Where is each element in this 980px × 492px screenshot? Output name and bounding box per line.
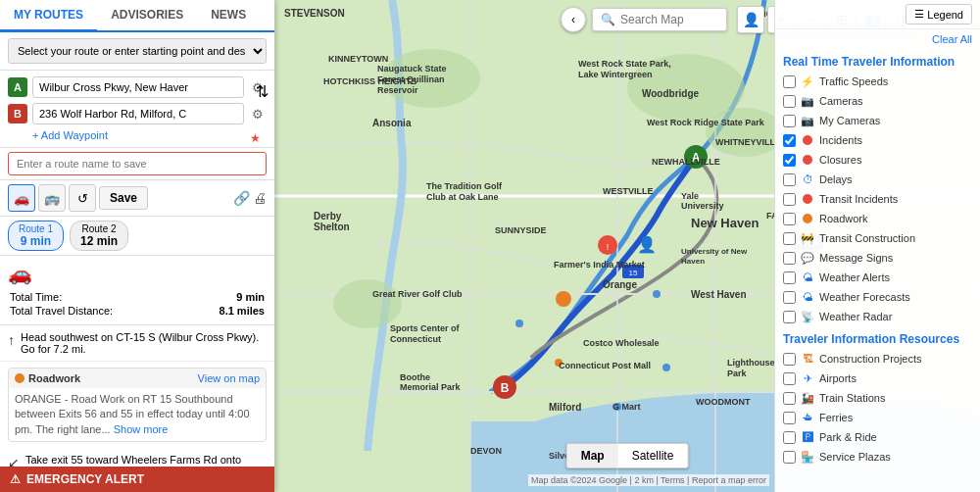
total-time-value: 9 min <box>187 291 265 303</box>
direction-arrow-1: ↑ <box>8 332 15 348</box>
ferries-checkbox[interactable] <box>783 412 796 424</box>
airports-checkbox[interactable] <box>783 372 796 385</box>
route-name-container: ★ <box>0 148 274 180</box>
destination-settings-icon[interactable]: ⚙ <box>249 105 267 123</box>
route-dropdown[interactable]: Select your route or enter starting poin… <box>8 38 267 64</box>
legend-transit-incidents[interactable]: Transit Incidents <box>775 189 980 209</box>
weather-alerts-icon: 🌤 <box>801 271 814 284</box>
incidents-icon <box>801 133 814 147</box>
service-plazas-checkbox[interactable] <box>783 451 796 464</box>
delays-label: Delays <box>819 173 853 185</box>
legend-weather-radar[interactable]: 📡 Weather Radar <box>775 307 980 326</box>
legend-cameras[interactable]: 📷 Cameras <box>775 91 980 111</box>
incidents-checkbox[interactable] <box>783 134 796 147</box>
legend-roadwork[interactable]: Roadwork <box>775 209 980 228</box>
emergency-alert-bar[interactable]: ⚠ EMERGENCY ALERT <box>0 467 274 492</box>
nav-back-button[interactable]: ‹ <box>561 7 586 32</box>
origin-input[interactable] <box>32 76 244 98</box>
my-cameras-label: My Cameras <box>819 115 880 126</box>
view-on-map-link[interactable]: View on map <box>198 372 260 384</box>
weather-radar-checkbox[interactable] <box>783 311 796 323</box>
direction-text-2: Take exit 55 toward Wheelers Farms Rd on… <box>25 454 241 466</box>
svg-point-10 <box>382 49 480 108</box>
svg-point-28 <box>613 403 621 411</box>
legend-message-signs[interactable]: 💬 Message Signs <box>775 248 980 268</box>
legend-traffic-speeds[interactable]: ⚡ Traffic Speeds <box>775 72 980 91</box>
destination-label: B <box>8 104 27 123</box>
svg-point-25 <box>653 290 661 298</box>
svg-text:15: 15 <box>629 269 638 277</box>
emergency-alert-icon: ⚠ <box>10 472 21 486</box>
refresh-button[interactable]: ↺ <box>69 184 96 212</box>
legend-weather-forecasts[interactable]: 🌤 Weather Forecasts <box>775 287 980 307</box>
route-2-label: Route 2 <box>80 223 118 234</box>
direction-text-1: Head southwest on CT-15 S (Wilbur Cross … <box>21 331 267 355</box>
total-time-label: Total Time: <box>10 291 185 303</box>
legend-header: ☰ Legend <box>775 0 980 29</box>
delays-checkbox[interactable] <box>783 173 796 186</box>
tab-advisories[interactable]: ADVISORIES <box>97 0 197 32</box>
park-ride-checkbox[interactable] <box>783 431 796 444</box>
tab-news[interactable]: NEWS <box>197 0 260 32</box>
search-input[interactable] <box>620 13 718 26</box>
legend-icon: ☰ <box>914 8 924 21</box>
clear-all-button[interactable]: Clear All <box>775 29 980 49</box>
add-waypoint-button[interactable]: + Add Waypoint <box>8 129 267 141</box>
legend-park-ride[interactable]: 🅿 Park & Ride <box>775 427 980 447</box>
train-stations-checkbox[interactable] <box>783 392 796 405</box>
delays-icon: ⏱ <box>801 172 814 186</box>
bus-mode-button[interactable]: 🚌 <box>38 184 66 212</box>
tabs: MY ROUTES ADVISORIES NEWS <box>0 0 274 32</box>
weather-forecasts-checkbox[interactable] <box>783 291 796 304</box>
cameras-icon: 📷 <box>801 94 814 108</box>
car-mode-button[interactable]: 🚗 <box>8 184 35 212</box>
construction-projects-checkbox[interactable] <box>783 353 796 366</box>
legend-service-plazas[interactable]: 🏪 Service Plazas <box>775 447 980 467</box>
weather-alerts-checkbox[interactable] <box>783 271 796 284</box>
map-type-map[interactable]: Map <box>567 444 618 467</box>
transit-incidents-checkbox[interactable] <box>783 193 796 206</box>
print-icon[interactable]: 🖨 <box>253 190 267 206</box>
route-name-input[interactable] <box>8 152 267 175</box>
roadwork-checkbox[interactable] <box>783 213 796 225</box>
legend-airports[interactable]: ✈ Airports <box>775 369 980 388</box>
destination-input[interactable] <box>32 103 244 124</box>
route-1-option[interactable]: Route 1 9 min <box>8 221 64 251</box>
weather-forecasts-icon: 🌤 <box>801 290 814 304</box>
route-2-option[interactable]: Route 2 12 min <box>70 221 128 251</box>
cameras-label: Cameras <box>819 95 863 107</box>
legend-delays[interactable]: ⏱ Delays <box>775 170 980 189</box>
traffic-speeds-checkbox[interactable] <box>783 75 796 88</box>
legend-closures[interactable]: Closures <box>775 150 980 170</box>
svg-point-20 <box>556 291 571 307</box>
message-signs-checkbox[interactable] <box>783 252 796 265</box>
my-cameras-checkbox[interactable] <box>783 115 796 127</box>
closures-checkbox[interactable] <box>783 154 796 167</box>
legend-train-stations[interactable]: 🚂 Train Stations <box>775 388 980 408</box>
svg-point-27 <box>662 364 670 371</box>
tab-my-routes[interactable]: MY ROUTES <box>0 0 97 32</box>
route-2-time: 12 min <box>80 234 118 248</box>
svg-text:A: A <box>692 151 701 165</box>
legend-weather-alerts[interactable]: 🌤 Weather Alerts <box>775 268 980 287</box>
person-icon-button[interactable]: 👤 <box>737 6 764 33</box>
search-icon: 🔍 <box>601 13 615 26</box>
legend-my-cameras[interactable]: 📷 My Cameras <box>775 111 980 130</box>
legend-toggle-button[interactable]: ☰ Legend <box>906 4 972 25</box>
construction-projects-label: Construction Projects <box>819 353 922 365</box>
legend-ferries[interactable]: ⛴ Ferries <box>775 408 980 427</box>
resources-section-title: Traveler Information Resources <box>775 326 980 349</box>
show-more-link[interactable]: Show more <box>114 423 169 435</box>
share-link-icon[interactable]: 🔗 <box>233 190 250 206</box>
map-attribution: Map data ©2024 Google | 2 km | Terms | R… <box>528 474 769 486</box>
legend-construction-projects[interactable]: 🏗 Construction Projects <box>775 349 980 369</box>
svg-text:!: ! <box>607 242 610 252</box>
legend-transit-construction[interactable]: 🚧 Transit Construction <box>775 228 980 248</box>
legend-incidents[interactable]: Incidents <box>775 130 980 150</box>
cameras-checkbox[interactable] <box>783 95 796 108</box>
swap-routes-icon[interactable]: ⇅ <box>256 82 269 101</box>
svg-text:B: B <box>501 381 510 395</box>
map-type-satellite[interactable]: Satellite <box>618 444 688 467</box>
save-button[interactable]: Save <box>99 186 148 210</box>
transit-construction-checkbox[interactable] <box>783 232 796 245</box>
